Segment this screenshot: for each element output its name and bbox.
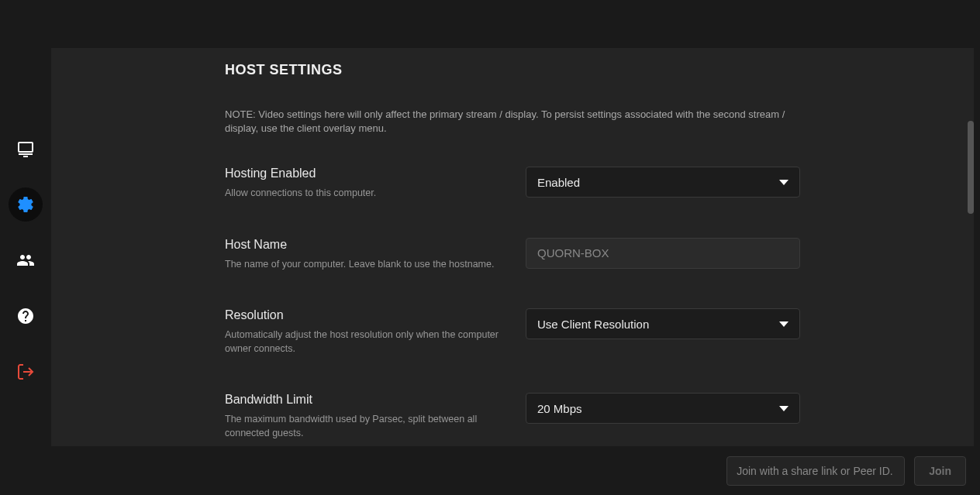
page-title: HOST SETTINGS	[225, 62, 800, 78]
select-value: Enabled	[537, 176, 580, 189]
setting-description: Automatically adjust the host resolution…	[225, 328, 510, 356]
chevron-down-icon	[779, 180, 788, 185]
bandwidth-select[interactable]: 20 Mbps	[526, 393, 800, 424]
host-name-input[interactable]	[526, 238, 800, 269]
help-icon	[16, 307, 35, 325]
setting-label: Bandwidth Limit	[225, 393, 510, 407]
setting-host-name: Host Name The name of your computer. Lea…	[225, 238, 800, 272]
friends-icon	[16, 251, 35, 270]
computer-icon	[16, 139, 35, 158]
gear-icon	[16, 195, 35, 214]
setting-label: Hosting Enabled	[225, 167, 510, 180]
chevron-down-icon	[779, 321, 788, 327]
setting-hosting-enabled: Hosting Enabled Allow connections to thi…	[225, 167, 800, 201]
sidebar-item-settings[interactable]	[9, 187, 43, 222]
resolution-select[interactable]: Use Client Resolution	[526, 308, 800, 339]
sidebar-item-computers[interactable]	[9, 132, 43, 166]
sidebar-item-help[interactable]	[9, 299, 43, 333]
join-button[interactable]: Join	[914, 456, 966, 486]
join-input[interactable]	[726, 456, 905, 486]
bottom-bar: Join	[51, 446, 980, 495]
setting-description: The name of your computer. Leave blank t…	[225, 258, 510, 272]
setting-description: The maximum bandwidth used by Parsec, sp…	[225, 413, 510, 440]
scrollbar-thumb[interactable]	[968, 121, 974, 214]
svg-rect-0	[19, 143, 33, 152]
main-content: HOST SETTINGS NOTE: Video settings here …	[51, 48, 974, 446]
select-value: Use Client Resolution	[537, 318, 649, 331]
sidebar-item-friends[interactable]	[9, 243, 43, 277]
logout-icon	[16, 363, 35, 381]
setting-resolution: Resolution Automatically adjust the host…	[225, 308, 800, 356]
setting-label: Resolution	[225, 308, 510, 322]
hosting-enabled-select[interactable]: Enabled	[526, 167, 800, 198]
setting-description: Allow connections to this computer.	[225, 187, 510, 201]
select-value: 20 Mbps	[537, 402, 582, 415]
setting-bandwidth: Bandwidth Limit The maximum bandwidth us…	[225, 393, 800, 440]
sidebar	[0, 0, 51, 495]
chevron-down-icon	[779, 406, 788, 411]
setting-label: Host Name	[225, 238, 510, 252]
sidebar-item-logout[interactable]	[9, 355, 43, 389]
settings-note: NOTE: Video settings here will only affe…	[225, 108, 791, 136]
